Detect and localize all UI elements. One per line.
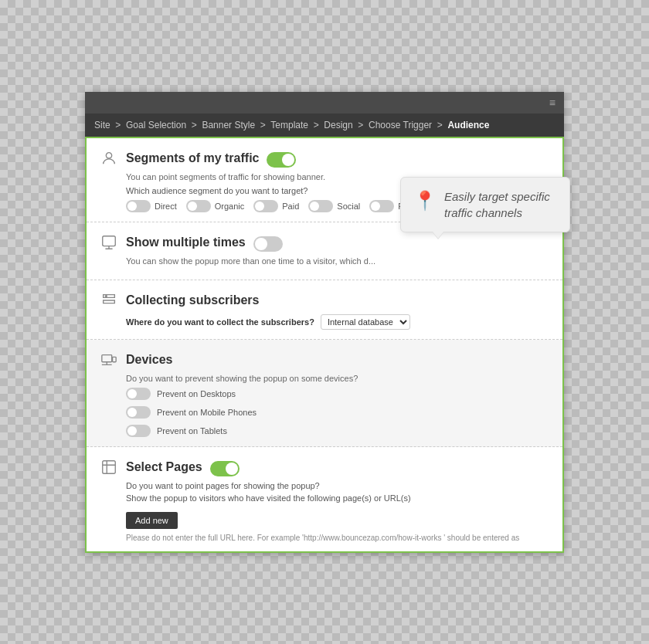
traffic-title: Segments of my traffic — [126, 151, 259, 165]
collecting-section: Collecting subscribers Where do you want… — [87, 280, 562, 340]
add-new-button[interactable]: Add new — [126, 512, 178, 529]
traffic-icon — [98, 147, 120, 169]
pages-desc2: Show the popup to visitors who have visi… — [126, 493, 551, 503]
db-select[interactable]: Internal database Mailchimp AWeber GetRe… — [321, 314, 410, 330]
segment-paid: Paid — [253, 200, 299, 212]
svg-rect-1 — [103, 236, 116, 246]
breadcrumb-trigger[interactable]: Choose Trigger — [369, 120, 432, 130]
devices-icon — [98, 349, 120, 371]
segment-organic: Organic — [186, 200, 245, 212]
breadcrumb-goal[interactable]: Goal Selection — [126, 120, 186, 130]
show-multiple-title: Show multiple times — [126, 236, 246, 249]
show-multiple-toggle[interactable] — [253, 236, 283, 252]
collecting-header: Collecting subscribers — [98, 290, 551, 311]
breadcrumb-template[interactable]: Template — [270, 120, 308, 130]
collecting-title: Collecting subscribers — [126, 293, 260, 307]
select-pages-title: Select Pages — [126, 460, 202, 474]
direct-label: Direct — [155, 202, 177, 211]
desktop-toggle[interactable] — [126, 388, 151, 400]
main-window: ≡ Site > Goal Selection > Banner Style >… — [85, 92, 564, 553]
segment-direct: Direct — [126, 200, 177, 212]
show-multiple-desc: You can show the popup more than one tim… — [126, 256, 551, 266]
traffic-section: Segments of my traffic You can point seg… — [87, 138, 562, 222]
show-multiple-header-row: Show multiple times — [98, 232, 551, 256]
main-content: Segments of my traffic You can point seg… — [85, 137, 564, 553]
show-multiple-icon — [98, 232, 120, 253]
traffic-toggle[interactable] — [267, 152, 296, 168]
hamburger-icon: ≡ — [549, 97, 556, 109]
breadcrumb: Site > Goal Selection > Banner Style > T… — [85, 114, 564, 137]
select-pages-section: Select Pages Do you want to point pages … — [87, 447, 562, 551]
device-tablet: Prevent on Tablets — [126, 425, 551, 437]
select-pages-header: Select Pages — [98, 456, 202, 478]
svg-point-2 — [105, 295, 107, 297]
collect-row: Where do you want to collect the subscri… — [126, 314, 551, 330]
paid-toggle[interactable] — [253, 200, 278, 212]
svg-rect-5 — [103, 460, 116, 473]
tablet-toggle[interactable] — [126, 425, 151, 437]
select-pages-header-row: Select Pages — [98, 456, 551, 481]
svg-point-0 — [106, 152, 111, 158]
social-label: Social — [337, 202, 360, 211]
devices-header: Devices — [98, 349, 551, 371]
devices-desc: Do you want to prevent showing the popup… — [126, 374, 551, 383]
pages-note: Please do not enter the full URL here. F… — [126, 534, 551, 542]
devices-section: Devices Do you want to prevent showing t… — [87, 340, 562, 447]
direct-toggle[interactable] — [126, 200, 151, 212]
collect-label: Where do you want to collect the subscri… — [126, 317, 314, 327]
social-toggle[interactable] — [308, 200, 333, 212]
collecting-icon — [98, 290, 120, 311]
tooltip-bubble: 📍 Easily target specific traffic channel… — [400, 177, 570, 232]
device-mobile: Prevent on Mobile Phones — [126, 406, 551, 419]
organic-label: Organic — [215, 202, 245, 211]
mobile-toggle[interactable] — [126, 406, 151, 419]
segment-social: Social — [308, 200, 360, 212]
tablet-label: Prevent on Tablets — [157, 426, 227, 436]
traffic-header-row: Segments of my traffic — [98, 147, 551, 172]
svg-rect-4 — [113, 357, 117, 361]
pages-desc1: Do you want to point pages for showing t… — [126, 481, 551, 490]
breadcrumb-audience: Audience — [447, 120, 489, 130]
desktop-label: Prevent on Desktops — [157, 389, 236, 398]
devices-title: Devices — [126, 353, 173, 367]
pin-icon: 📍 — [413, 190, 437, 212]
traffic-header: Segments of my traffic — [98, 147, 259, 169]
tooltip-text: Easily target specific traffic channels — [444, 188, 557, 221]
select-pages-icon — [98, 456, 120, 478]
mobile-label: Prevent on Mobile Phones — [157, 408, 257, 417]
organic-toggle[interactable] — [186, 200, 211, 212]
show-multiple-header: Show multiple times — [98, 232, 246, 253]
device-desktop: Prevent on Desktops — [126, 388, 551, 400]
breadcrumb-banner[interactable]: Banner Style — [202, 120, 255, 130]
select-pages-toggle[interactable] — [210, 461, 240, 476]
referral-toggle[interactable] — [369, 200, 394, 212]
breadcrumb-site[interactable]: Site — [94, 120, 110, 130]
paid-label: Paid — [282, 202, 299, 211]
menu-bar: ≡ — [85, 92, 564, 114]
svg-rect-3 — [102, 354, 112, 361]
device-checks: Prevent on Desktops Prevent on Mobile Ph… — [126, 388, 551, 437]
breadcrumb-design[interactable]: Design — [324, 120, 352, 130]
